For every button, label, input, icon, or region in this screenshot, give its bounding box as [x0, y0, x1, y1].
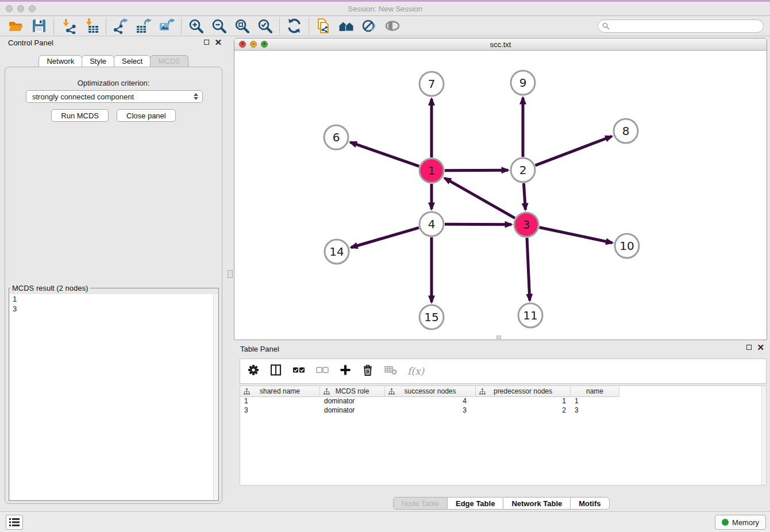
table-header-row: shared name MCDS role successor nodes pr…	[240, 386, 766, 397]
graph-node-label-3: 3	[523, 218, 530, 232]
control-panel: Control Panel ✕ Network Style Select MCD…	[0, 36, 226, 511]
mcds-panel: Optimization criterion: strongly connect…	[5, 67, 222, 504]
zoom-in-icon[interactable]	[184, 17, 207, 35]
add-row-icon[interactable]	[339, 364, 352, 379]
graph-edge-3-11[interactable]	[527, 238, 530, 300]
result-scrollbar[interactable]	[213, 294, 218, 500]
criterion-dropdown[interactable]: strongly connected component	[26, 90, 203, 103]
vizmapper-icon[interactable]	[358, 17, 381, 35]
node-table: shared name MCDS role successor nodes pr…	[240, 385, 767, 485]
tab-node-table[interactable]: Node Table	[392, 497, 448, 510]
import-network-icon[interactable]	[57, 17, 80, 35]
control-panel-title: Control Panel	[8, 38, 53, 47]
network-graph[interactable]: 7968124314101511	[234, 51, 767, 340]
network-from-selection-icon[interactable]	[312, 17, 335, 35]
float-panel-icon[interactable]	[204, 40, 209, 45]
column-header-predecessor-nodes[interactable]: predecessor nodes	[476, 386, 571, 397]
export-table-icon[interactable]	[132, 17, 155, 35]
tab-style[interactable]: Style	[82, 55, 114, 67]
mcds-result-title: MCDS result (2 nodes)	[10, 284, 90, 292]
graph-edge-3-1[interactable]	[445, 178, 515, 218]
zoom-selected-icon[interactable]	[253, 17, 276, 35]
toolbar-separator	[279, 18, 280, 34]
column-header-name[interactable]: name	[571, 386, 619, 397]
split-view-icon[interactable]	[270, 364, 282, 379]
graph-edge-3-10[interactable]	[540, 228, 613, 243]
table-scrollbar[interactable]	[761, 386, 766, 485]
column-header-shared-name[interactable]: shared name	[240, 386, 320, 397]
open-session-icon[interactable]	[5, 17, 28, 35]
search-box[interactable]	[598, 20, 764, 33]
mcds-result-text[interactable]: 1 3	[10, 294, 218, 500]
zoom-out-icon[interactable]	[207, 17, 230, 35]
split-divider-grip[interactable]	[228, 270, 233, 278]
optimization-criterion-label: Optimization criterion:	[5, 79, 222, 87]
function-icon[interactable]: f(x)	[407, 365, 424, 377]
session-title: Session: New Session	[0, 5, 770, 13]
tab-network[interactable]: Network	[38, 55, 82, 67]
toolbar-separator	[53, 18, 54, 34]
criterion-dropdown-value: strongly connected component	[32, 92, 134, 101]
graph-node-label-2: 2	[519, 163, 527, 177]
application-window: Session: New Session	[0, 0, 770, 532]
graph-node-label-14: 14	[329, 245, 344, 259]
tab-edge-table[interactable]: Edge Table	[447, 497, 503, 510]
control-panel-tabs: Network Style Select MCDS	[0, 55, 226, 67]
run-mcds-button[interactable]: Run MCDS	[51, 109, 109, 122]
save-session-icon[interactable]	[28, 17, 51, 35]
network-canvas[interactable]: 7968124314101511	[234, 51, 767, 340]
table-toolbar: f(x)	[240, 358, 767, 384]
graph-node-label-10: 10	[619, 239, 634, 253]
select-all-icon[interactable]	[292, 364, 306, 379]
zoom-fit-icon[interactable]	[230, 17, 253, 35]
tab-motifs[interactable]: Motifs	[570, 497, 609, 510]
delete-table-icon[interactable]	[384, 364, 398, 379]
memory-button[interactable]: Memory	[715, 515, 766, 530]
first-neighbors-icon[interactable]	[335, 17, 358, 35]
network-window-titlebar[interactable]: × − + scc.txt	[234, 38, 767, 51]
column-type-icon	[388, 388, 395, 395]
graph-node-label-1: 1	[428, 164, 436, 178]
table-row[interactable]: 3 dominator 3 2 3	[240, 406, 766, 415]
show-hide-icon[interactable]	[381, 17, 404, 35]
graph-node-label-8: 8	[622, 124, 630, 138]
mcds-result-box: MCDS result (2 nodes) 1 3	[9, 284, 219, 501]
close-panel-icon[interactable]: ✕	[214, 40, 222, 45]
graph-edge-4-3[interactable]	[445, 224, 511, 225]
network-view-window: × − + scc.txt 7968124314101511	[234, 38, 767, 340]
table-panel: Table Panel ✕ f(x) shared name	[234, 343, 768, 510]
column-type-icon	[324, 388, 330, 395]
graph-node-label-9: 9	[519, 76, 527, 90]
import-table-icon[interactable]	[80, 17, 103, 35]
refresh-icon[interactable]	[283, 17, 306, 35]
gear-icon[interactable]	[247, 364, 260, 379]
graph-edge-1-6[interactable]	[351, 142, 419, 167]
graph-node-label-4: 4	[428, 217, 436, 231]
deselect-all-icon[interactable]	[315, 364, 329, 379]
tab-select[interactable]: Select	[114, 55, 151, 67]
export-image-icon[interactable]	[155, 17, 178, 35]
column-header-mcds-role[interactable]: MCDS role	[320, 386, 385, 397]
graph-edge-2-3[interactable]	[523, 183, 525, 210]
graph-edge-4-14[interactable]	[351, 228, 419, 247]
tab-mcds[interactable]: MCDS	[150, 55, 188, 67]
network-window-title: scc.txt	[234, 40, 767, 49]
close-panel-button[interactable]: Close panel	[117, 109, 176, 122]
close-table-panel-icon[interactable]: ✕	[757, 345, 764, 350]
column-type-icon	[479, 388, 486, 395]
status-bar: Memory	[0, 511, 770, 532]
table-row[interactable]: 1 dominator 4 1 1	[240, 397, 766, 406]
memory-status-icon	[722, 519, 729, 526]
graph-node-label-11: 11	[523, 309, 537, 322]
export-network-icon[interactable]	[109, 17, 132, 35]
column-header-successor-nodes[interactable]: successor nodes	[385, 386, 476, 397]
tab-network-table[interactable]: Network Table	[503, 497, 571, 510]
delete-row-icon[interactable]	[361, 364, 374, 379]
graph-edge-2-8[interactable]	[536, 136, 612, 165]
graph-node-label-7: 7	[428, 77, 436, 91]
task-history-button[interactable]	[6, 515, 23, 530]
graph-edge-1-2[interactable]	[445, 170, 508, 171]
search-input[interactable]	[612, 22, 763, 30]
float-table-panel-icon[interactable]	[746, 345, 752, 350]
network-scroll-grip[interactable]	[496, 336, 501, 339]
